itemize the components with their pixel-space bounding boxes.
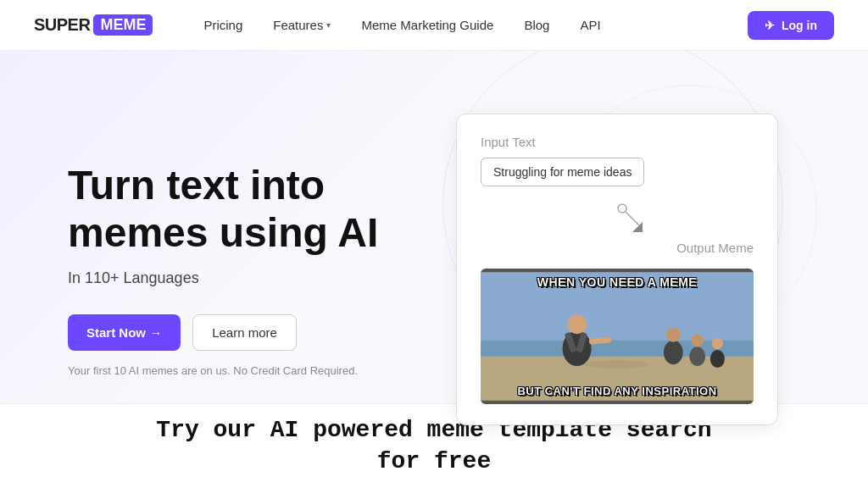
hero-left: Turn text into memes using AI In 110+ La… [68, 162, 434, 376]
svg-point-12 [666, 328, 681, 342]
svg-point-17 [585, 360, 649, 368]
svg-point-0 [618, 204, 626, 213]
demo-meme-image: WHEN YOU NEED A MEME BUT CAN'T FIND ANY … [481, 269, 754, 404]
nav-link-pricing[interactable]: Pricing [203, 18, 242, 32]
nav-link-meme-guide[interactable]: Meme Marketing Guide [361, 18, 493, 32]
nav-link-blog[interactable]: Blog [524, 18, 549, 32]
logo-meme-text: MEME [93, 14, 153, 36]
meme-top-caption: WHEN YOU NEED A MEME [481, 269, 754, 289]
login-button[interactable]: ✈ Log in [748, 11, 834, 40]
demo-arrow [515, 203, 754, 237]
svg-point-13 [689, 347, 705, 366]
start-now-button[interactable]: Start Now → [68, 314, 181, 351]
hero-title: Turn text into memes using AI [68, 162, 434, 255]
svg-point-15 [710, 350, 725, 368]
svg-point-11 [664, 341, 683, 364]
meme-bottom-caption: BUT CAN'T FIND ANY INSPIRATION [481, 385, 754, 404]
demo-input-box[interactable]: Struggling for meme ideas [481, 158, 644, 186]
nav-link-features[interactable]: Features ▾ [273, 18, 331, 32]
svg-point-7 [567, 314, 587, 334]
learn-more-button[interactable]: Learn more [192, 314, 297, 351]
demo-input-label: Input Text [481, 135, 754, 149]
nav-link-api[interactable]: API [580, 18, 600, 32]
logo-super-text: SUPER [34, 15, 90, 35]
hero-buttons: Start Now → Learn more [68, 314, 434, 351]
hero-right: Input Text Struggling for meme ideas Out… [434, 114, 800, 425]
logo[interactable]: SUPER MEME [34, 14, 153, 36]
hero-subtitle: In 110+ Languages [68, 269, 434, 287]
svg-point-14 [691, 334, 704, 347]
demo-output-label: Output Meme [676, 241, 754, 255]
send-icon: ✈ [765, 19, 775, 32]
chevron-down-icon: ▾ [326, 20, 331, 30]
demo-card: Input Text Struggling for meme ideas Out… [456, 114, 778, 425]
nav-links: Pricing Features ▾ Meme Marketing Guide … [203, 18, 748, 32]
hero-note: Your first 10 AI memes are on us. No Cre… [68, 364, 434, 377]
svg-point-16 [712, 338, 723, 349]
navbar: SUPER MEME Pricing Features ▾ Meme Marke… [0, 0, 868, 51]
